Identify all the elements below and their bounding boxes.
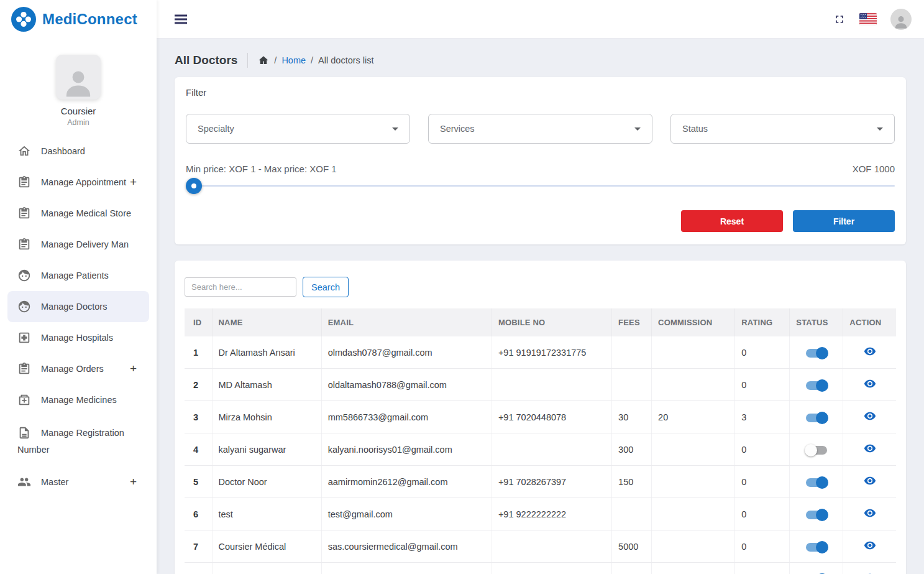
view-doctor-eye-icon[interactable] [864, 377, 876, 390]
column-header-email: EMAIL [321, 308, 492, 336]
status-toggle[interactable] [806, 414, 827, 422]
sidebar-item-label: Dashboard [41, 146, 85, 156]
breadcrumb-separator: / [311, 55, 313, 65]
sidebar-item-master[interactable]: Master+ [7, 466, 149, 498]
cell-name: Doctor Noor [212, 466, 321, 498]
price-slider-handle[interactable] [186, 178, 202, 194]
services-select[interactable]: Services [428, 114, 652, 144]
cell-fees: 300 [612, 433, 652, 466]
status-toggle[interactable] [806, 381, 827, 390]
cell-commission [652, 433, 735, 466]
expand-plus-icon[interactable]: + [130, 475, 139, 489]
breadcrumb-home-link[interactable]: Home [281, 55, 306, 65]
cell-id: 4 [185, 433, 212, 466]
filter-panel: Filter Specialty Services Status [175, 77, 906, 244]
search-button[interactable]: Search [303, 277, 349, 297]
expand-plus-icon[interactable]: + [130, 362, 139, 376]
cell-fees: 150 [612, 466, 652, 498]
cell-id: 2 [185, 369, 212, 401]
breadcrumb-current: All doctors list [318, 55, 373, 65]
specialty-select[interactable]: Specialty [186, 114, 410, 144]
cell-name: Mirza Mohsin [212, 401, 321, 433]
reset-button[interactable]: Reset [681, 210, 783, 232]
cell-action [843, 498, 896, 530]
expand-plus-icon[interactable]: + [130, 175, 139, 189]
menu-toggle-icon[interactable] [174, 12, 188, 26]
status-toggle[interactable] [806, 543, 827, 552]
view-doctor-eye-icon[interactable] [864, 539, 876, 552]
table-row: 6testtest@gmail.com+91 92222222220 [185, 498, 896, 530]
view-doctor-eye-icon[interactable] [864, 442, 876, 455]
status-toggle[interactable] [806, 349, 827, 358]
home-icon[interactable] [258, 55, 269, 66]
sidebar-item-dashboard[interactable]: Dashboard [7, 136, 149, 167]
view-doctor-eye-icon[interactable] [864, 345, 876, 358]
cell-status [790, 466, 843, 498]
page-title: All Doctors [175, 53, 237, 67]
table-row: 8testtest@gmail.com+91 78945612300 [185, 563, 896, 574]
face-icon [17, 269, 31, 282]
table-header: IDNAMEEMAILMOBILE NOFEESCOMMISSIONRATING… [185, 308, 896, 336]
status-select[interactable]: Status [670, 114, 895, 144]
profile-avatar [56, 55, 101, 100]
sidebar-item-label: Manage Hospitals [41, 333, 113, 343]
sidebar-item-manage-medicines[interactable]: Manage Medicines [7, 384, 149, 415]
hospital-icon [17, 331, 31, 345]
cell-name: kalyani sugarwar [212, 433, 321, 466]
sidebar-item-manage-appointment[interactable]: Manage Appointment+ [7, 167, 149, 198]
sidebar-item-manage-patients[interactable]: Manage Patients [7, 260, 149, 291]
cell-status [790, 336, 843, 369]
cell-commission [652, 336, 735, 369]
cell-mobile: +91 7028267397 [492, 466, 611, 498]
breadcrumb: All Doctors / Home / All doctors list [175, 51, 906, 70]
sidebar-item-manage-delivery-man[interactable]: Manage Delivery Man [7, 229, 149, 260]
view-doctor-eye-icon[interactable] [864, 572, 876, 574]
table-row: 1Dr Altamash Ansariolmdash0787@gmail.com… [185, 336, 896, 369]
fullscreen-icon[interactable] [833, 13, 846, 25]
view-doctor-eye-icon[interactable] [864, 507, 876, 519]
column-header-fees: FEES [612, 308, 652, 336]
cell-rating: 0 [735, 530, 790, 563]
cell-fees [612, 498, 652, 530]
view-doctor-eye-icon[interactable] [864, 410, 876, 422]
sidebar: MediConnect Coursier Admin DashboardMana… [0, 0, 157, 574]
cell-action [843, 369, 896, 401]
sidebar-nav: DashboardManage Appointment+Manage Medic… [0, 136, 157, 498]
us-flag-icon[interactable] [859, 13, 877, 25]
chevron-down-icon [392, 127, 398, 131]
status-toggle[interactable] [806, 511, 827, 519]
sidebar-item-manage-medical-store[interactable]: Manage Medical Store [7, 198, 149, 229]
cell-email: test@gmail.com [321, 498, 492, 530]
toggle-knob [816, 509, 828, 521]
people-icon [17, 475, 31, 489]
sidebar-item-manage-doctors[interactable]: Manage Doctors [7, 291, 149, 322]
cell-commission [652, 369, 735, 401]
sidebar-item-label: Manage Registration Number [17, 428, 124, 455]
cell-email: kalyani.noorisys01@gmail.com [321, 433, 492, 466]
app-logo[interactable]: MediConnect [0, 0, 157, 39]
sidebar-item-manage-hospitals[interactable]: Manage Hospitals [7, 322, 149, 353]
table-row: 5Doctor Nooraamirmomin2612@gmail.com+91 … [185, 466, 896, 498]
sidebar-item-manage-registration-number[interactable]: Manage Registration Number [7, 415, 149, 466]
cell-action [843, 336, 896, 369]
doctors-table: IDNAMEEMAILMOBILE NOFEESCOMMISSIONRATING… [185, 308, 896, 574]
cell-rating: 0 [735, 336, 790, 369]
breadcrumb-separator: / [274, 55, 277, 65]
view-doctor-eye-icon[interactable] [864, 474, 876, 487]
user-avatar[interactable] [890, 9, 912, 30]
price-max-label: XOF 1000 [853, 164, 895, 174]
toggle-knob [816, 347, 828, 359]
topbar [157, 0, 924, 39]
status-toggle[interactable] [806, 446, 827, 455]
sidebar-item-manage-orders[interactable]: Manage Orders+ [7, 353, 149, 384]
cell-id: 6 [185, 498, 212, 530]
cell-action [843, 401, 896, 433]
cell-id: 8 [185, 563, 212, 574]
status-toggle[interactable] [806, 478, 827, 487]
search-input[interactable] [185, 277, 296, 297]
price-slider-track[interactable] [188, 185, 895, 187]
cell-name: test [212, 563, 321, 574]
filter-button[interactable]: Filter [793, 210, 895, 232]
cell-mobile: +91 9222222222 [492, 498, 611, 530]
cell-mobile [492, 530, 611, 563]
